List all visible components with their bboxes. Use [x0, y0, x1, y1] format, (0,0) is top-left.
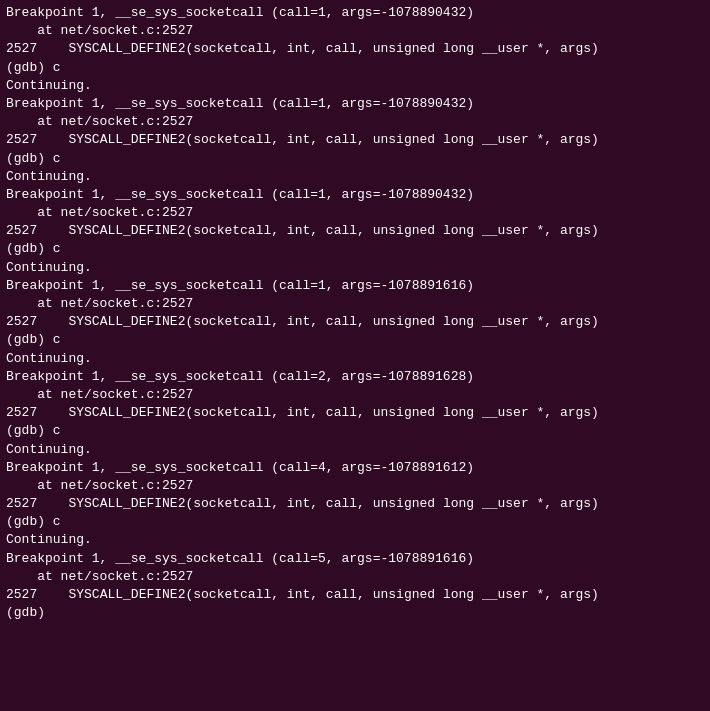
terminal-line: 2527 SYSCALL_DEFINE2(socketcall, int, ca… [6, 586, 704, 604]
terminal-line: Continuing. [6, 168, 704, 186]
terminal-line: (gdb) [6, 604, 704, 622]
terminal-line: (gdb) c [6, 513, 704, 531]
terminal-line: Breakpoint 1, __se_sys_socketcall (call=… [6, 186, 704, 204]
terminal-line: at net/socket.c:2527 [6, 113, 704, 131]
terminal-line: Breakpoint 1, __se_sys_socketcall (call=… [6, 277, 704, 295]
terminal-line: 2527 SYSCALL_DEFINE2(socketcall, int, ca… [6, 313, 704, 331]
terminal-line: at net/socket.c:2527 [6, 477, 704, 495]
terminal-output[interactable]: Breakpoint 1, __se_sys_socketcall (call=… [0, 0, 710, 711]
terminal-line: Breakpoint 1, __se_sys_socketcall (call=… [6, 550, 704, 568]
terminal-line: Breakpoint 1, __se_sys_socketcall (call=… [6, 95, 704, 113]
terminal-line: at net/socket.c:2527 [6, 22, 704, 40]
terminal-line: Breakpoint 1, __se_sys_socketcall (call=… [6, 368, 704, 386]
terminal-line: 2527 SYSCALL_DEFINE2(socketcall, int, ca… [6, 40, 704, 58]
terminal-line: (gdb) c [6, 59, 704, 77]
terminal-line: (gdb) c [6, 331, 704, 349]
terminal-line: Breakpoint 1, __se_sys_socketcall (call=… [6, 459, 704, 477]
terminal-line: 2527 SYSCALL_DEFINE2(socketcall, int, ca… [6, 495, 704, 513]
terminal-line: Breakpoint 1, __se_sys_socketcall (call=… [6, 4, 704, 22]
terminal-line: 2527 SYSCALL_DEFINE2(socketcall, int, ca… [6, 222, 704, 240]
terminal-line: at net/socket.c:2527 [6, 386, 704, 404]
terminal-line: (gdb) c [6, 240, 704, 258]
terminal-line: Continuing. [6, 350, 704, 368]
terminal-line: at net/socket.c:2527 [6, 204, 704, 222]
terminal-line: 2527 SYSCALL_DEFINE2(socketcall, int, ca… [6, 131, 704, 149]
terminal-line: at net/socket.c:2527 [6, 295, 704, 313]
terminal-line: Continuing. [6, 77, 704, 95]
terminal-line: (gdb) c [6, 150, 704, 168]
terminal-line: Continuing. [6, 441, 704, 459]
terminal-line: Continuing. [6, 259, 704, 277]
terminal-line: at net/socket.c:2527 [6, 568, 704, 586]
terminal-line: 2527 SYSCALL_DEFINE2(socketcall, int, ca… [6, 404, 704, 422]
terminal-line: (gdb) c [6, 422, 704, 440]
terminal-line: Continuing. [6, 531, 704, 549]
